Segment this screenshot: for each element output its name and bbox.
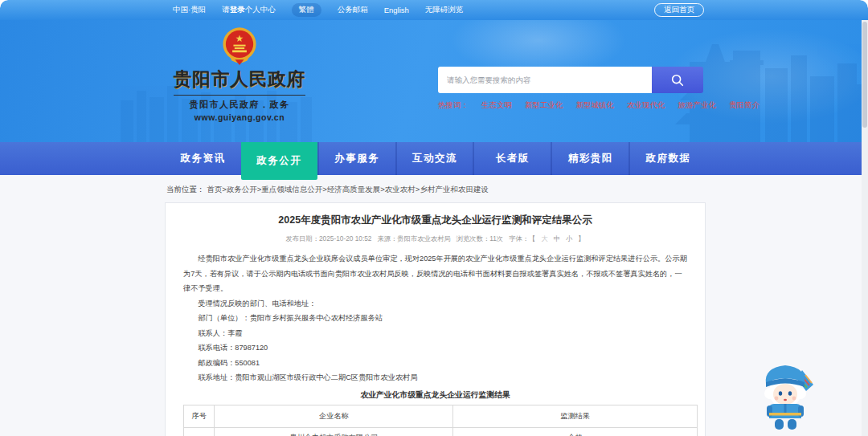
- top-utility-bar: 中国·贵阳 请登录个人中心 繁體 公务邮箱 English 无障碍浏览 返回首页: [0, 0, 868, 20]
- cell-company: 贵州合力超市采购有限公司: [215, 427, 453, 436]
- hot-search-row: 热搜词： 生态文明 新型工业化 新型城镇化 农业现代化 旅游产业化 贵阳简介: [438, 100, 727, 111]
- paragraph: 经贵阳市农业产业化市级重点龙头企业联席会议成员单位审定，现对2025年开展的农业…: [183, 251, 687, 296]
- site-logo[interactable]: ★ 贵阳市人民政府 贵阳市人民政府．政务 www.guiyang.gov.cn: [170, 26, 309, 122]
- font-size-medium-button[interactable]: 中: [554, 234, 560, 243]
- english-link[interactable]: English: [384, 6, 409, 14]
- paragraph: 邮政编码：550081: [183, 356, 687, 371]
- nav-item-hudong-jiaoliu[interactable]: 互动交流: [395, 142, 473, 175]
- site-title: 贵阳市人民政府: [170, 67, 309, 92]
- nav-item-zhengwu-gongkai[interactable]: 政务公开: [241, 142, 317, 180]
- site-subtitle: 贵阳市人民政府．政务: [174, 95, 305, 111]
- article-card: 2025年度贵阳市农业产业化市级重点龙头企业运行监测和评定结果公示 发布日期：2…: [165, 202, 706, 436]
- paragraph: 联系地址：贵阳市观山湖区市级行政中心二期C区贵阳市农业农村局: [183, 370, 687, 385]
- table-header-row: 序号 企业名称 监测结果: [184, 405, 698, 427]
- hot-search-item[interactable]: 旅游产业化: [678, 100, 717, 111]
- region-label: 中国·贵阳: [173, 5, 206, 15]
- article-meta: 发布日期：2025-10-20 10:52 来源：贵阳市农业农村局 浏览次数：1…: [183, 234, 687, 243]
- source: 来源：贵阳市农业农村局: [377, 234, 450, 243]
- search-area: 热搜词： 生态文明 新型工业化 新型城镇化 农业现代化 旅游产业化 贵阳简介: [438, 67, 727, 111]
- site-header: ★ 贵阳市人民政府 贵阳市人民政府．政务 www.guiyang.gov.cn: [0, 20, 868, 142]
- cell-result: 合格: [453, 427, 698, 436]
- paragraph: 联系电话：87987120: [183, 340, 687, 356]
- svg-text:★: ★: [235, 33, 244, 43]
- back-to-home-button[interactable]: 返回首页: [654, 3, 704, 17]
- national-emblem-icon: ★: [222, 26, 257, 65]
- search-input[interactable]: [438, 67, 652, 93]
- paragraph: 受理情况反映的部门、电话和地址：: [183, 296, 687, 312]
- col-header-company: 企业名称: [215, 405, 453, 427]
- font-size-small-button[interactable]: 小: [566, 234, 572, 243]
- main-nav-bar: 政务资讯 政务公开 办事服务 互动交流 长者版 精彩贵阳 政府数据: [0, 142, 868, 175]
- accessibility-link[interactable]: 无障碍浏览: [425, 5, 464, 15]
- scrollbar-thumb[interactable]: [862, 22, 867, 128]
- nav-item-banshi-fuwu[interactable]: 办事服务: [317, 142, 395, 175]
- article-body: 经贵阳市农业产业化市级重点龙头企业联席会议成员单位审定，现对2025年开展的农业…: [183, 251, 687, 385]
- page: 中国·贵阳 请登录个人中心 繁體 公务邮箱 English 无障碍浏览 返回首页: [0, 0, 868, 436]
- search-box: [438, 67, 727, 93]
- article-title: 2025年度贵阳市农业产业化市级重点龙头企业运行监测和评定结果公示: [183, 214, 687, 227]
- hot-search-item[interactable]: 农业现代化: [627, 100, 665, 111]
- site-url: www.guiyang.gov.cn: [170, 112, 309, 122]
- table-row: 1 贵州合力超市采购有限公司 合格: [184, 427, 698, 436]
- hot-search-item[interactable]: 新型工业化: [525, 100, 563, 111]
- topbar-links: 中国·贵阳 请登录个人中心 繁體 公务邮箱 English 无障碍浏览: [173, 3, 463, 17]
- breadcrumb: 当前位置： 首页>政务公开>重点领域信息公开>经济高质量发展>农业农村>乡村产业…: [166, 185, 489, 195]
- hot-search-item[interactable]: 贵阳简介: [729, 100, 760, 111]
- hot-search-item[interactable]: 生态文明: [481, 100, 512, 111]
- official-mail-link[interactable]: 公务邮箱: [338, 5, 368, 15]
- search-button[interactable]: [652, 67, 703, 93]
- nav-item-zhengfu-shuju[interactable]: 政府数据: [628, 142, 706, 175]
- main-nav: 政务资讯 政务公开 办事服务 互动交流 长者版 精彩贵阳 政府数据: [165, 142, 706, 175]
- col-header-index: 序号: [184, 405, 215, 427]
- nav-item-zhengwu-zixun[interactable]: 政务资讯: [165, 142, 241, 175]
- paragraph: 联系人：李霞: [183, 326, 687, 341]
- font-size-label: 字体：【: [509, 234, 535, 243]
- breadcrumb-path[interactable]: 首页>政务公开>重点领域信息公开>经济高质量发展>农业农村>乡村产业和农田建设: [207, 185, 489, 194]
- monitor-result-table: 序号 企业名称 监测结果 1 贵州合力超市采购有限公司 合格 2 贵州友禾种业有…: [183, 405, 698, 436]
- table-title: 农业产业化市级重点龙头企业运行监测结果: [183, 390, 687, 401]
- paragraph: 部门（单位）：贵阳市乡村振兴服务中心农村经济服务站: [183, 311, 687, 326]
- nav-item-jingcai-guiyang[interactable]: 精彩贵阳: [551, 142, 628, 175]
- login-link[interactable]: 请登录个人中心: [222, 5, 276, 15]
- hot-search-item[interactable]: 新型城镇化: [576, 100, 615, 111]
- mascot-assistant[interactable]: [756, 358, 816, 432]
- font-size-label-close: 】: [578, 234, 584, 243]
- browser-scrollbar: [862, 20, 868, 436]
- publish-date: 发布日期：2025-10-20 10:52: [285, 234, 371, 243]
- nav-item-zhangzheban[interactable]: 长者版: [473, 142, 551, 175]
- cell-index: 1: [184, 427, 215, 436]
- traditional-chinese-link[interactable]: 繁體: [292, 3, 321, 17]
- search-icon: [670, 73, 685, 88]
- view-count: 浏览次数：11次: [457, 234, 503, 243]
- hot-search-label: 热搜词：: [438, 100, 469, 111]
- city-skyline-decoration: [0, 20, 868, 142]
- col-header-result: 监测结果: [453, 405, 698, 427]
- font-size-large-button[interactable]: 大: [541, 234, 547, 243]
- breadcrumb-label: 当前位置：: [166, 185, 205, 194]
